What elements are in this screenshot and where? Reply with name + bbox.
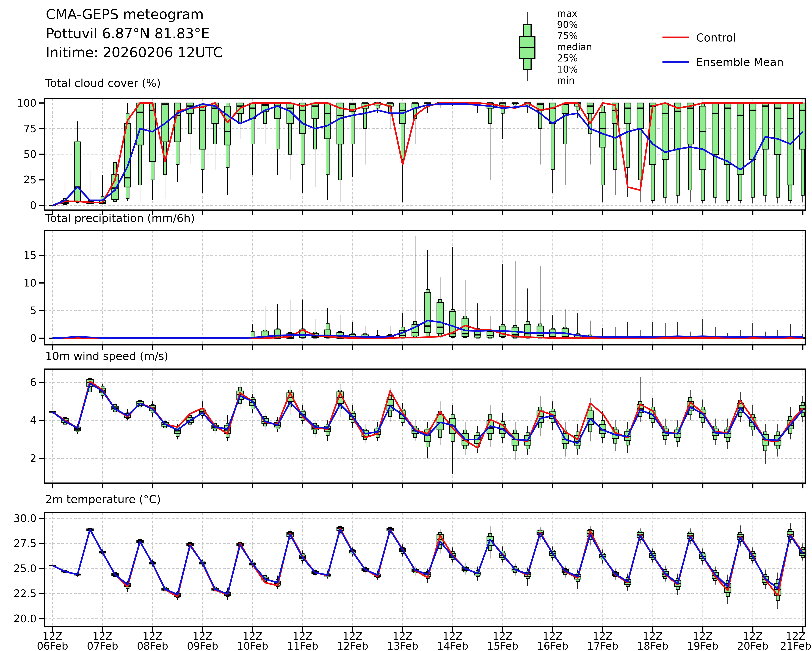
- svg-text:20.0: 20.0: [14, 613, 37, 625]
- ensemble-mean-line: [52, 529, 803, 595]
- svg-text:12Feb: 12Feb: [337, 640, 368, 651]
- svg-text:2: 2: [30, 453, 37, 465]
- svg-text:18Feb: 18Feb: [637, 640, 669, 651]
- y-axis-ticks: 20.022.525.027.530.0: [14, 512, 44, 625]
- svg-text:0: 0: [30, 332, 37, 344]
- svg-text:07Feb: 07Feb: [87, 640, 118, 651]
- panel-3: 20.022.525.027.530.0: [14, 512, 806, 632]
- svg-text:21Feb: 21Feb: [780, 640, 812, 651]
- svg-text:14Feb: 14Feb: [437, 640, 469, 651]
- svg-text:25: 25: [23, 174, 37, 186]
- svg-text:17Feb: 17Feb: [587, 640, 618, 651]
- svg-text:06Feb: 06Feb: [37, 640, 68, 651]
- x-axis-labels: 12Z06Feb12Z07Feb12Z08Feb12Z09Feb12Z10Feb…: [37, 630, 812, 651]
- svg-text:0: 0: [30, 200, 37, 212]
- y-axis-ticks: 246: [30, 377, 44, 465]
- y-axis-ticks: 051015: [23, 249, 44, 344]
- panel-1: 051015: [23, 230, 806, 350]
- boxplot-group: [49, 523, 806, 608]
- meteogram-chart: 025507510005101524620.022.525.027.530.01…: [0, 0, 812, 651]
- panel-2: 246: [30, 369, 806, 488]
- svg-text:13Feb: 13Feb: [387, 640, 418, 651]
- svg-text:27.5: 27.5: [14, 537, 37, 549]
- svg-text:75: 75: [23, 123, 37, 135]
- grid: [44, 369, 805, 483]
- svg-text:08Feb: 08Feb: [137, 640, 168, 651]
- svg-text:25.0: 25.0: [14, 563, 37, 575]
- svg-text:22.5: 22.5: [14, 587, 37, 599]
- svg-text:5: 5: [30, 305, 37, 317]
- x-axis-ticks: [52, 483, 803, 488]
- axes-spine: [44, 512, 805, 627]
- svg-text:4: 4: [30, 414, 37, 426]
- svg-text:09Feb: 09Feb: [187, 640, 218, 651]
- x-axis-ticks: [52, 627, 803, 632]
- grid: [44, 512, 805, 627]
- svg-text:15: 15: [23, 249, 37, 261]
- svg-text:11Feb: 11Feb: [287, 640, 318, 651]
- axes-spine: [44, 369, 805, 483]
- svg-text:20Feb: 20Feb: [737, 640, 769, 651]
- svg-text:16Feb: 16Feb: [537, 640, 568, 651]
- svg-text:100: 100: [17, 97, 37, 109]
- x-axis-ticks: [52, 210, 803, 215]
- svg-text:10: 10: [23, 277, 37, 289]
- svg-text:30.0: 30.0: [14, 512, 37, 524]
- svg-text:50: 50: [23, 148, 37, 160]
- svg-text:10Feb: 10Feb: [237, 640, 269, 651]
- panel-0: 0255075100: [17, 97, 806, 215]
- boxplot-group: [49, 376, 806, 474]
- meteogram-page: CMA-GEPS meteogram Pottuvil 6.87°N 81.83…: [0, 0, 812, 651]
- svg-text:15Feb: 15Feb: [487, 640, 519, 651]
- svg-text:19Feb: 19Feb: [687, 640, 719, 651]
- x-axis-ticks: [52, 345, 803, 350]
- y-axis-ticks: 0255075100: [17, 97, 44, 212]
- svg-text:6: 6: [30, 377, 37, 389]
- boxplot-group: [49, 236, 806, 338]
